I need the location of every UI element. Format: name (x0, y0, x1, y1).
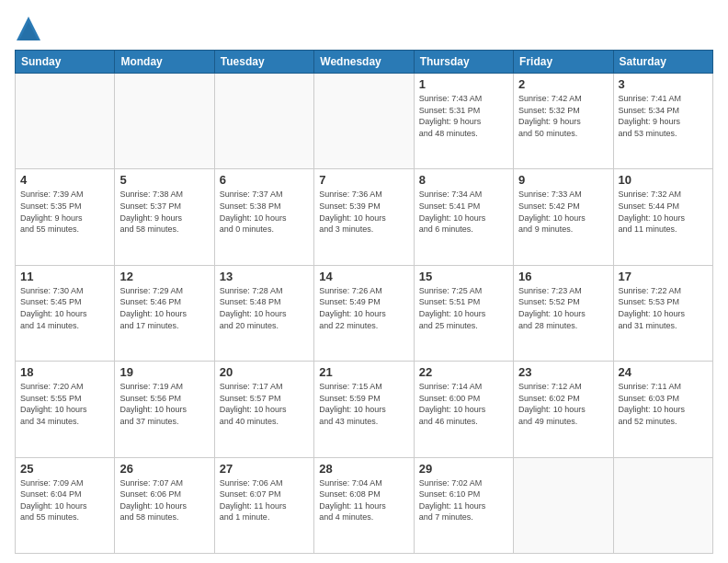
day-number: 9 (518, 173, 608, 187)
day-number: 7 (319, 173, 408, 187)
day-info: Sunrise: 7:07 AM Sunset: 6:06 PM Dayligh… (119, 477, 209, 523)
day-info: Sunrise: 7:42 AM Sunset: 5:32 PM Dayligh… (518, 93, 608, 139)
day-info: Sunrise: 7:34 AM Sunset: 5:41 PM Dayligh… (419, 189, 508, 235)
calendar-cell: 17Sunrise: 7:22 AM Sunset: 5:53 PM Dayli… (613, 265, 712, 361)
header-cell-sunday: Sunday (16, 51, 115, 74)
header-cell-monday: Monday (115, 51, 214, 74)
day-info: Sunrise: 7:43 AM Sunset: 5:31 PM Dayligh… (419, 93, 508, 139)
day-info: Sunrise: 7:19 AM Sunset: 5:56 PM Dayligh… (119, 381, 209, 427)
day-info: Sunrise: 7:06 AM Sunset: 6:07 PM Dayligh… (220, 477, 309, 523)
calendar-cell: 26Sunrise: 7:07 AM Sunset: 6:06 PM Dayli… (115, 457, 214, 553)
day-info: Sunrise: 7:26 AM Sunset: 5:49 PM Dayligh… (319, 285, 408, 331)
calendar-header: SundayMondayTuesdayWednesdayThursdayFrid… (16, 51, 713, 74)
day-info: Sunrise: 7:29 AM Sunset: 5:46 PM Dayligh… (119, 285, 209, 331)
day-info: Sunrise: 7:20 AM Sunset: 5:55 PM Dayligh… (20, 381, 109, 427)
day-info: Sunrise: 7:15 AM Sunset: 5:59 PM Dayligh… (319, 381, 408, 427)
calendar-cell: 16Sunrise: 7:23 AM Sunset: 5:52 PM Dayli… (514, 265, 613, 361)
day-number: 15 (419, 270, 508, 283)
day-info: Sunrise: 7:28 AM Sunset: 5:48 PM Dayligh… (220, 285, 309, 331)
logo-icon (15, 15, 42, 42)
header-cell-tuesday: Tuesday (214, 51, 313, 74)
header-cell-thursday: Thursday (414, 51, 513, 74)
day-info: Sunrise: 7:37 AM Sunset: 5:38 PM Dayligh… (220, 189, 309, 235)
day-info: Sunrise: 7:32 AM Sunset: 5:44 PM Dayligh… (619, 189, 708, 235)
day-number: 11 (20, 270, 109, 283)
calendar-cell: 22Sunrise: 7:14 AM Sunset: 6:00 PM Dayli… (414, 362, 513, 457)
calendar-cell (115, 74, 214, 169)
calendar-cell: 3Sunrise: 7:41 AM Sunset: 5:34 PM Daylig… (613, 74, 712, 169)
calendar-cell: 25Sunrise: 7:09 AM Sunset: 6:04 PM Dayli… (16, 457, 115, 553)
calendar-cell (214, 74, 313, 169)
day-info: Sunrise: 7:36 AM Sunset: 5:39 PM Dayligh… (319, 189, 408, 235)
week-row-0: 1Sunrise: 7:43 AM Sunset: 5:31 PM Daylig… (16, 74, 713, 169)
day-number: 21 (319, 365, 408, 379)
day-info: Sunrise: 7:33 AM Sunset: 5:42 PM Dayligh… (518, 189, 608, 235)
day-number: 19 (119, 365, 209, 379)
header-cell-saturday: Saturday (613, 51, 712, 74)
calendar-cell (613, 457, 712, 553)
logo (15, 15, 46, 42)
calendar-cell: 12Sunrise: 7:29 AM Sunset: 5:46 PM Dayli… (115, 265, 214, 361)
day-number: 13 (220, 270, 309, 283)
day-info: Sunrise: 7:11 AM Sunset: 6:03 PM Dayligh… (619, 381, 708, 427)
calendar-cell: 10Sunrise: 7:32 AM Sunset: 5:44 PM Dayli… (613, 169, 712, 265)
calendar-cell: 19Sunrise: 7:19 AM Sunset: 5:56 PM Dayli… (115, 362, 214, 457)
day-number: 29 (419, 462, 508, 476)
day-number: 28 (319, 462, 408, 476)
day-info: Sunrise: 7:22 AM Sunset: 5:53 PM Dayligh… (619, 285, 708, 331)
calendar-cell: 9Sunrise: 7:33 AM Sunset: 5:42 PM Daylig… (514, 169, 613, 265)
calendar-cell (514, 457, 613, 553)
day-info: Sunrise: 7:30 AM Sunset: 5:45 PM Dayligh… (20, 285, 109, 331)
day-info: Sunrise: 7:39 AM Sunset: 5:35 PM Dayligh… (20, 189, 109, 235)
calendar-cell: 7Sunrise: 7:36 AM Sunset: 5:39 PM Daylig… (314, 169, 414, 265)
day-number: 12 (119, 270, 209, 283)
day-number: 24 (619, 365, 708, 379)
header-cell-friday: Friday (514, 51, 613, 74)
calendar-cell: 13Sunrise: 7:28 AM Sunset: 5:48 PM Dayli… (214, 265, 313, 361)
day-number: 8 (419, 173, 508, 187)
calendar-cell: 4Sunrise: 7:39 AM Sunset: 5:35 PM Daylig… (16, 169, 115, 265)
day-number: 20 (220, 365, 309, 379)
day-info: Sunrise: 7:17 AM Sunset: 5:57 PM Dayligh… (220, 381, 309, 427)
day-info: Sunrise: 7:14 AM Sunset: 6:00 PM Dayligh… (419, 381, 508, 427)
page: SundayMondayTuesdayWednesdayThursdayFrid… (0, 0, 728, 563)
day-number: 5 (119, 173, 209, 187)
calendar-cell: 28Sunrise: 7:04 AM Sunset: 6:08 PM Dayli… (314, 457, 414, 553)
day-number: 18 (20, 365, 109, 379)
header-cell-wednesday: Wednesday (314, 51, 414, 74)
header (15, 15, 713, 42)
calendar-cell: 1Sunrise: 7:43 AM Sunset: 5:31 PM Daylig… (414, 74, 513, 169)
calendar-cell: 24Sunrise: 7:11 AM Sunset: 6:03 PM Dayli… (613, 362, 712, 457)
day-info: Sunrise: 7:41 AM Sunset: 5:34 PM Dayligh… (619, 93, 708, 139)
calendar-cell: 23Sunrise: 7:12 AM Sunset: 6:02 PM Dayli… (514, 362, 613, 457)
day-number: 4 (20, 173, 109, 187)
day-number: 17 (619, 270, 708, 283)
day-number: 27 (220, 462, 309, 476)
calendar-cell: 2Sunrise: 7:42 AM Sunset: 5:32 PM Daylig… (514, 74, 613, 169)
day-info: Sunrise: 7:25 AM Sunset: 5:51 PM Dayligh… (419, 285, 508, 331)
calendar-cell (314, 74, 414, 169)
week-row-1: 4Sunrise: 7:39 AM Sunset: 5:35 PM Daylig… (16, 169, 713, 265)
day-number: 25 (20, 462, 109, 476)
header-row: SundayMondayTuesdayWednesdayThursdayFrid… (16, 51, 713, 74)
day-info: Sunrise: 7:12 AM Sunset: 6:02 PM Dayligh… (518, 381, 608, 427)
day-number: 23 (518, 365, 608, 379)
calendar-cell: 20Sunrise: 7:17 AM Sunset: 5:57 PM Dayli… (214, 362, 313, 457)
calendar-cell: 27Sunrise: 7:06 AM Sunset: 6:07 PM Dayli… (214, 457, 313, 553)
day-number: 1 (419, 77, 508, 91)
day-info: Sunrise: 7:09 AM Sunset: 6:04 PM Dayligh… (20, 477, 109, 523)
calendar-cell: 8Sunrise: 7:34 AM Sunset: 5:41 PM Daylig… (414, 169, 513, 265)
calendar-cell: 29Sunrise: 7:02 AM Sunset: 6:10 PM Dayli… (414, 457, 513, 553)
day-number: 2 (518, 77, 608, 91)
calendar-cell: 11Sunrise: 7:30 AM Sunset: 5:45 PM Dayli… (16, 265, 115, 361)
week-row-3: 18Sunrise: 7:20 AM Sunset: 5:55 PM Dayli… (16, 362, 713, 457)
day-info: Sunrise: 7:04 AM Sunset: 6:08 PM Dayligh… (319, 477, 408, 523)
calendar-body: 1Sunrise: 7:43 AM Sunset: 5:31 PM Daylig… (16, 74, 713, 554)
calendar-cell: 14Sunrise: 7:26 AM Sunset: 5:49 PM Dayli… (314, 265, 414, 361)
calendar-cell (16, 74, 115, 169)
day-number: 3 (619, 77, 708, 91)
calendar-cell: 18Sunrise: 7:20 AM Sunset: 5:55 PM Dayli… (16, 362, 115, 457)
calendar-cell: 21Sunrise: 7:15 AM Sunset: 5:59 PM Dayli… (314, 362, 414, 457)
day-info: Sunrise: 7:23 AM Sunset: 5:52 PM Dayligh… (518, 285, 608, 331)
calendar-cell: 6Sunrise: 7:37 AM Sunset: 5:38 PM Daylig… (214, 169, 313, 265)
